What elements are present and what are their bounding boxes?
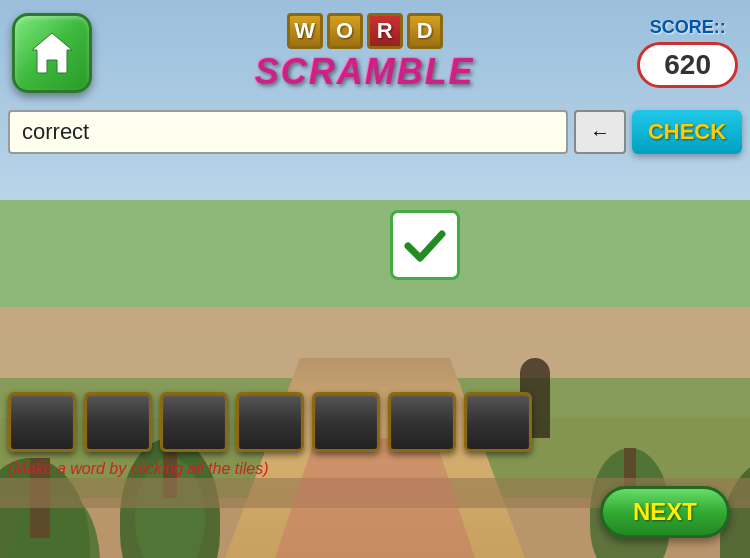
score-label: SCORE:: bbox=[650, 17, 726, 38]
word-input[interactable] bbox=[8, 110, 568, 154]
scramble-title: SCRAMBLE bbox=[255, 51, 475, 93]
checkmark-icon bbox=[400, 220, 450, 270]
tile-area: (Make a word by clicking all the tiles) bbox=[8, 392, 742, 478]
score-value: 620 bbox=[637, 42, 738, 88]
title-letter-r: R bbox=[367, 13, 403, 49]
top-bar: W O R D SCRAMBLE SCORE:: 620 bbox=[0, 0, 750, 105]
word-title: W O R D bbox=[287, 13, 443, 49]
tile-2[interactable] bbox=[84, 392, 152, 452]
check-button[interactable]: CHECK bbox=[632, 110, 742, 154]
backspace-button[interactable]: ← bbox=[574, 110, 626, 154]
tile-instruction: (Make a word by clicking all the tiles) bbox=[8, 460, 742, 478]
tile-6[interactable] bbox=[388, 392, 456, 452]
tile-3[interactable] bbox=[160, 392, 228, 452]
title-letter-d: D bbox=[407, 13, 443, 49]
title-letter-w: W bbox=[287, 13, 323, 49]
home-button[interactable] bbox=[12, 13, 92, 93]
backspace-icon: ← bbox=[590, 121, 610, 144]
tile-5[interactable] bbox=[312, 392, 380, 452]
tile-1[interactable] bbox=[8, 392, 76, 452]
input-bar: ← CHECK bbox=[8, 108, 742, 156]
home-icon bbox=[27, 28, 77, 78]
checkmark-container bbox=[390, 210, 460, 280]
tiles-row bbox=[8, 392, 742, 452]
tile-7[interactable] bbox=[464, 392, 532, 452]
svg-marker-0 bbox=[32, 33, 72, 73]
title-area: W O R D SCRAMBLE bbox=[104, 13, 625, 93]
tile-4[interactable] bbox=[236, 392, 304, 452]
score-area: SCORE:: 620 bbox=[637, 17, 738, 88]
title-letter-o: O bbox=[327, 13, 363, 49]
next-button-label: NEXT bbox=[633, 498, 697, 526]
next-button[interactable]: NEXT bbox=[600, 486, 730, 538]
